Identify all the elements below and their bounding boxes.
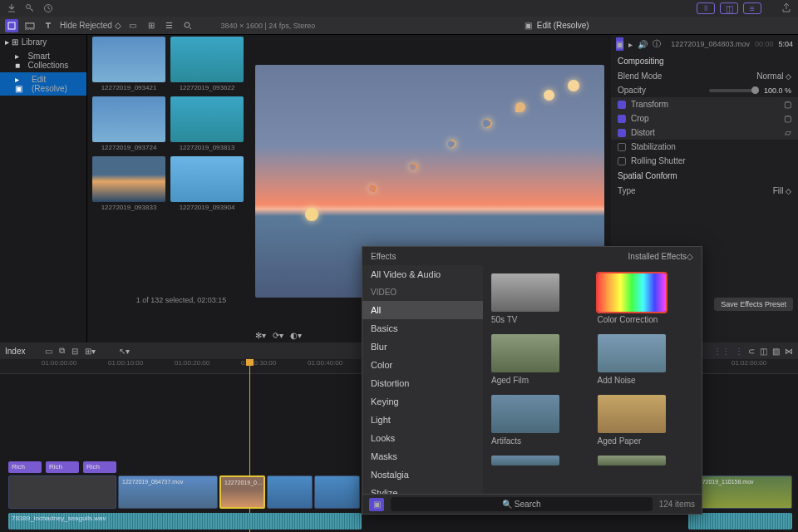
list-icon[interactable]: ☰ bbox=[163, 19, 176, 32]
title-clip[interactable]: Rich bbox=[83, 461, 116, 473]
clip-thumb[interactable]: 12272019_093421 bbox=[92, 37, 165, 91]
effect-artifacts[interactable]: Artifacts bbox=[491, 395, 588, 446]
tl-snapping-icon[interactable]: ◫ bbox=[760, 347, 767, 356]
video-clip[interactable] bbox=[314, 475, 360, 509]
volume-icon[interactable]: 🔊 bbox=[638, 37, 648, 51]
title-icon[interactable] bbox=[42, 19, 55, 32]
clip-appearance-icon[interactable]: ▭ bbox=[126, 19, 140, 32]
fx-cat-basics[interactable]: Basics bbox=[362, 319, 483, 337]
layout-button-1[interactable]: ⦀ bbox=[697, 2, 715, 14]
save-effects-preset-button[interactable]: Save Effects Preset bbox=[714, 298, 793, 311]
fx-cat-all[interactable]: All bbox=[362, 301, 483, 319]
system-bar: ⦀ ◫ ≡ bbox=[0, 0, 798, 17]
effect-extra-1[interactable] bbox=[491, 456, 588, 466]
effect-aged-paper[interactable]: Aged Paper bbox=[598, 395, 694, 446]
select-tool-icon[interactable]: ↖▾ bbox=[119, 347, 130, 356]
library-sidebar: ▸ ⊞ Library ▸ ■ Smart Collections ▸ ▣ Ed… bbox=[0, 35, 87, 342]
effects-browser: Effects Installed Effects◇ All Video & A… bbox=[362, 246, 702, 515]
toolbar: Hide Rejected ◇ ▭ ⊞ ☰ 3840 × 1600 | 24 f… bbox=[0, 17, 798, 35]
sidebar-item-smart-collections[interactable]: ▸ ■ Smart Collections bbox=[0, 49, 86, 72]
inspector-timecode: 5:04 bbox=[778, 40, 793, 48]
blend-mode-dropdown[interactable]: Normal ◇ bbox=[756, 71, 791, 81]
grid-icon[interactable]: ⊞ bbox=[145, 19, 158, 32]
distort-reset-icon[interactable]: ▱ bbox=[785, 128, 791, 137]
clapper-icon: ▣ bbox=[525, 21, 532, 30]
audio-inspector-tab[interactable]: ▸ bbox=[628, 37, 633, 51]
tl-audio-skimming-icon[interactable]: ⋮ bbox=[735, 347, 743, 356]
fx-browser-icon[interactable]: ▣ bbox=[369, 498, 384, 511]
search-icon[interactable] bbox=[181, 19, 195, 32]
clip-thumb[interactable]: 12272019_093833 bbox=[92, 156, 165, 211]
filmstrip-icon[interactable] bbox=[23, 19, 37, 32]
fx-cat-light[interactable]: Light bbox=[362, 411, 483, 429]
effects-search-input[interactable]: 🔍 Search bbox=[391, 497, 653, 511]
tl-tool-4[interactable]: ⊞▾ bbox=[85, 347, 96, 356]
effect-aged-film[interactable]: Aged Film bbox=[491, 334, 588, 385]
info-inspector-tab[interactable]: ⓘ bbox=[653, 37, 661, 51]
fx-cat-keying[interactable]: Keying bbox=[362, 392, 483, 411]
clip-thumb[interactable]: 12272019_093904 bbox=[170, 156, 244, 211]
opacity-slider[interactable] bbox=[709, 89, 759, 92]
audio-clip[interactable] bbox=[688, 513, 792, 530]
retime-icon[interactable]: ⟳▾ bbox=[273, 331, 283, 340]
title-clip[interactable]: Rich bbox=[46, 461, 79, 473]
crop-reset-icon[interactable]: ▢ bbox=[784, 114, 791, 123]
enhance-icon[interactable]: ◐▾ bbox=[290, 331, 302, 340]
fx-cat-blur[interactable]: Blur bbox=[362, 337, 483, 356]
effect-extra-2[interactable] bbox=[598, 456, 694, 466]
fx-cat-nostalgia[interactable]: Nostalgia bbox=[362, 466, 483, 484]
type-dropdown[interactable]: Fill ◇ bbox=[773, 186, 791, 195]
spatial-conform-header: Spatial Conform bbox=[611, 168, 798, 184]
transform-reset-icon[interactable]: ▢ bbox=[784, 100, 791, 109]
tl-tool-3[interactable]: ⊟ bbox=[71, 347, 78, 356]
fx-cat-looks[interactable]: Looks bbox=[362, 429, 483, 447]
clip-thumb[interactable]: 12272019_093724 bbox=[92, 96, 165, 151]
installed-effects-dropdown[interactable]: Installed Effects◇ bbox=[628, 252, 693, 261]
svg-point-4 bbox=[185, 22, 190, 27]
tl-solo-icon[interactable]: ⊂ bbox=[748, 347, 755, 356]
key-icon[interactable] bbox=[25, 3, 35, 13]
video-clip[interactable] bbox=[267, 475, 313, 509]
effect-50s-tv[interactable]: 50s TV bbox=[491, 273, 588, 324]
audio-clip[interactable]: 78389_inchadney_seagulls.wav bbox=[8, 513, 362, 530]
video-inspector-tab[interactable]: ▣ bbox=[616, 37, 623, 51]
effect-add-noise[interactable]: Add Noise bbox=[598, 334, 694, 385]
tl-effects-icon[interactable]: ▧ bbox=[772, 347, 780, 356]
hide-rejected-dropdown[interactable]: Hide Rejected ◇ bbox=[60, 21, 121, 30]
fx-cat-stylize[interactable]: Stylize bbox=[362, 484, 483, 494]
clip-thumb[interactable]: 12272019_093622 bbox=[170, 37, 244, 91]
effects-preset-icon[interactable]: ✻▾ bbox=[255, 331, 266, 340]
share-icon[interactable] bbox=[781, 2, 791, 14]
layout-button-3[interactable]: ≡ bbox=[743, 2, 761, 14]
distort-checkbox[interactable] bbox=[618, 129, 626, 137]
video-clip[interactable]: 12272019_110158.mov bbox=[688, 475, 792, 509]
stabilization-checkbox[interactable] bbox=[618, 143, 626, 151]
fx-cat-all-va[interactable]: All Video & Audio bbox=[362, 265, 483, 283]
layout-button-2[interactable]: ◫ bbox=[720, 2, 738, 14]
import-icon[interactable] bbox=[7, 3, 17, 13]
fx-cat-masks[interactable]: Masks bbox=[362, 447, 483, 466]
sidebar-item-edit[interactable]: ▸ ▣ Edit (Resolve) bbox=[0, 72, 86, 96]
tl-tool-1[interactable]: ▭ bbox=[45, 347, 52, 356]
video-clip[interactable]: 12272019_084737.mov bbox=[118, 475, 218, 509]
compositing-header: Compositing bbox=[611, 53, 798, 69]
tl-skimming-icon[interactable]: ⋮⋮ bbox=[713, 347, 730, 356]
video-clip-gap[interactable] bbox=[8, 475, 116, 509]
inspector-tc-prefix: 00:00 bbox=[755, 40, 774, 48]
video-clip-selected[interactable]: 12272019_0… bbox=[219, 475, 265, 509]
crop-checkbox[interactable] bbox=[618, 115, 626, 123]
library-header[interactable]: ▸ ⊞ Library bbox=[0, 35, 86, 49]
fx-cat-distortion[interactable]: Distortion bbox=[362, 374, 483, 392]
svg-rect-3 bbox=[26, 23, 34, 28]
title-clip[interactable]: Rich bbox=[8, 461, 42, 473]
transform-checkbox[interactable] bbox=[618, 101, 626, 109]
effect-color-correction[interactable]: Color Correction bbox=[598, 273, 694, 324]
tl-tool-2[interactable]: ⧉ bbox=[59, 346, 65, 356]
clock-icon[interactable] bbox=[43, 3, 53, 13]
fx-cat-color[interactable]: Color bbox=[362, 356, 483, 374]
clip-thumb[interactable]: 12272019_093813 bbox=[170, 96, 244, 151]
library-tab-icon[interactable] bbox=[5, 19, 18, 32]
index-button[interactable]: Index bbox=[5, 347, 25, 356]
tl-trans-icon[interactable]: ⋈ bbox=[785, 347, 793, 356]
rolling-shutter-checkbox[interactable] bbox=[618, 157, 626, 165]
